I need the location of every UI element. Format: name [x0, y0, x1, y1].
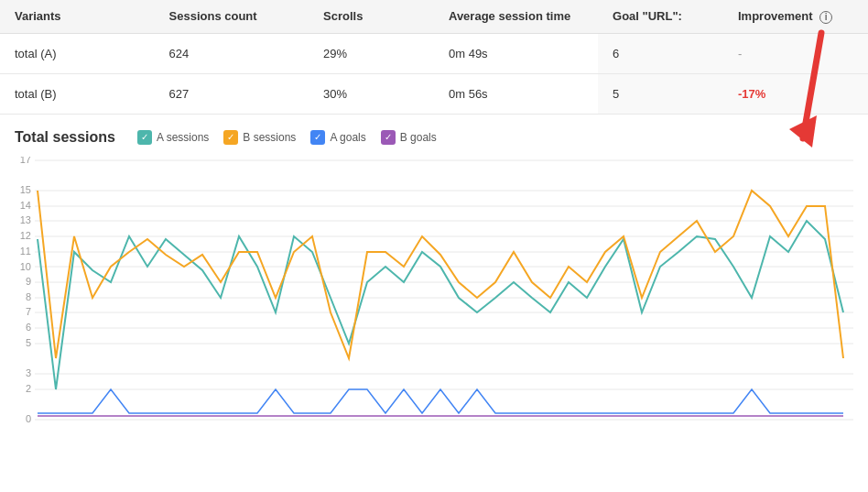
row-a-avg-time: 0m 49s	[434, 33, 598, 73]
legend-b-sessions-label: B sessions	[243, 131, 296, 144]
legend-a-goals-label: A goals	[330, 131, 365, 144]
col-header-variants: Variants	[0, 0, 155, 33]
chart-title: Total sessions	[15, 129, 115, 146]
svg-text:7: 7	[26, 306, 31, 317]
col-header-sessions: Sessions count	[155, 0, 309, 33]
svg-text:6: 6	[26, 322, 31, 333]
row-a-scrolls: 29%	[309, 33, 434, 73]
svg-text:17: 17	[20, 157, 31, 165]
col-header-scrolls: Scrolls	[309, 0, 434, 33]
row-b-avg-time: 0m 56s	[434, 73, 598, 114]
legend-b-sessions-icon: ✓	[223, 130, 238, 145]
legend-a-sessions-label: A sessions	[157, 131, 209, 144]
chart-container: 0 2 3 5 6 7 8 9 10 11 12 13 14 15 17	[15, 157, 853, 432]
chart-header: Total sessions ✓ A sessions ✓ B sessions…	[15, 129, 853, 146]
row-a-sessions: 624	[155, 33, 309, 73]
arrow-annotation	[766, 0, 840, 166]
table-row-a: total (A) 624 29% 0m 49s 6 -	[0, 33, 868, 73]
row-a-goal: 6	[598, 33, 723, 73]
legend-a-sessions-icon: ✓	[137, 130, 152, 145]
row-b-variant: total (B)	[0, 73, 155, 114]
data-table: Variants Sessions count Scrolls Average …	[0, 0, 868, 115]
col-header-avg-session-time: Average session time	[434, 0, 598, 33]
svg-text:14: 14	[20, 200, 31, 211]
svg-text:11: 11	[20, 246, 31, 257]
chart-section: Total sessions ✓ A sessions ✓ B sessions…	[0, 115, 868, 432]
chart-svg: 0 2 3 5 6 7 8 9 10 11 12 13 14 15 17	[15, 157, 853, 432]
col-header-goal: Goal "URL":	[598, 0, 723, 33]
svg-text:10: 10	[20, 261, 31, 272]
svg-text:2: 2	[26, 383, 31, 394]
row-b-sessions: 627	[155, 73, 309, 114]
row-b-scrolls: 30%	[309, 73, 434, 114]
legend-b-goals-label: B goals	[400, 131, 437, 144]
svg-text:9: 9	[26, 276, 31, 287]
svg-text:3: 3	[26, 367, 31, 378]
legend-b-goals: ✓ B goals	[381, 130, 437, 145]
legend-a-goals-icon: ✓	[310, 130, 325, 145]
svg-text:5: 5	[26, 337, 31, 348]
legend-b-goals-icon: ✓	[381, 130, 396, 145]
svg-text:15: 15	[20, 184, 31, 195]
legend-a-goals: ✓ A goals	[310, 130, 365, 145]
legend-b-sessions: ✓ B sessions	[223, 130, 296, 145]
svg-text:12: 12	[20, 230, 31, 241]
row-b-goal: 5	[598, 73, 723, 114]
svg-text:13: 13	[20, 214, 31, 225]
table-row-b: total (B) 627 30% 0m 56s 5 -17%	[0, 73, 868, 114]
row-a-variant: total (A)	[0, 33, 155, 73]
svg-text:0: 0	[26, 413, 31, 424]
chart-legend: ✓ A sessions ✓ B sessions ✓ A goals ✓ B …	[137, 130, 437, 145]
legend-a-sessions: ✓ A sessions	[137, 130, 209, 145]
svg-text:8: 8	[26, 291, 31, 302]
